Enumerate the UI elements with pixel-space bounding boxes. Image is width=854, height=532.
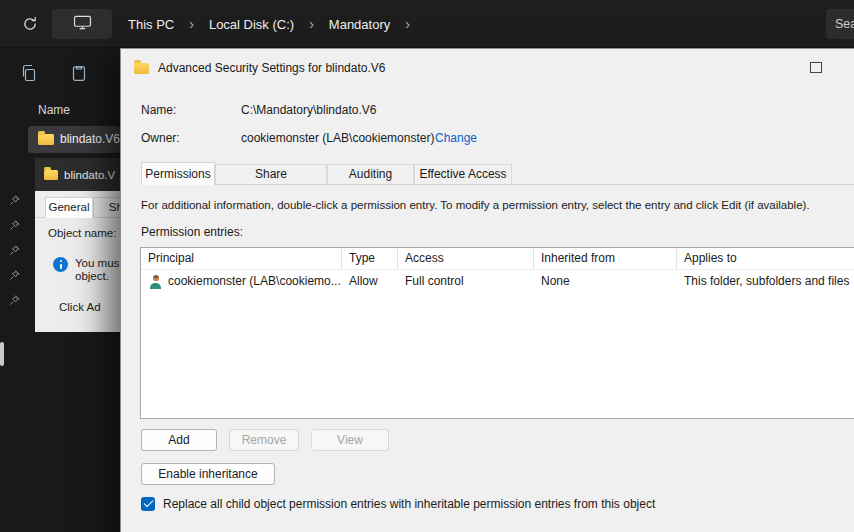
file-item-blindato[interactable]: blindato.V6 [28,126,120,153]
table-header-row: Principal Type Access Inherited from App… [141,248,854,270]
info-text-line1: You mus [75,257,119,270]
header-type[interactable]: Type [342,248,398,269]
advanced-security-dialog: Advanced Security Settings for blindato.… [120,48,854,532]
folder-icon [38,134,54,145]
properties-window-body: General Sha Object name: You mus object.… [35,191,120,332]
chevron-right-icon: › [189,16,194,32]
replace-permissions-label: Replace all child object permission entr… [163,497,655,511]
explorer-address-bar: This PC › Local Disk (C:) › Mandatory › … [0,0,854,48]
permission-entries-table: Principal Type Access Inherited from App… [140,247,854,419]
properties-window-titlebar[interactable]: blindato.V [35,158,120,191]
header-inherited-from[interactable]: Inherited from [534,248,677,269]
permission-entries-label: Permission entries: [141,225,243,239]
dialog-title: Advanced Security Settings for blindato.… [158,61,385,75]
breadcrumb-local-disk-c[interactable]: Local Disk (C:) [209,17,294,32]
object-name-label: Object name: [48,227,116,239]
replace-permissions-row: Replace all child object permission entr… [141,497,655,511]
this-pc-icon-segment[interactable] [52,9,112,39]
dialog-tabstrip: Permissions Share Auditing Effective Acc… [141,162,854,185]
change-owner-link[interactable]: Change [435,131,477,145]
breadcrumb-this-pc[interactable]: This PC [128,17,174,32]
tab-sharing[interactable]: Sha [93,197,120,218]
cell-access: Full control [398,274,534,288]
click-advanced-hint: Click Ad [59,301,101,313]
chevron-right-icon: › [405,16,410,32]
chevron-right-icon: › [309,16,314,32]
search-input[interactable]: Sea [826,9,854,39]
owner-value: cookiemonster (LAB\cookiemonster) [241,131,434,145]
info-text-line2: object. [75,270,119,283]
instruction-text: For additional information, double-click… [141,199,848,211]
user-avatar-icon [148,274,163,289]
cell-applies-to: This folder, subfolders and files [677,274,854,288]
properties-window-title: blindato.V [64,169,115,181]
tab-permissions[interactable]: Permissions [141,162,215,185]
pin-icon[interactable] [8,193,21,206]
enable-inheritance-button[interactable]: Enable inheritance [141,463,275,485]
refresh-icon[interactable] [22,16,38,32]
cell-type: Allow [342,274,398,288]
tab-general[interactable]: General [45,197,93,218]
name-value: C:\Mandatory\blindato.V6 [241,103,376,117]
tab-share[interactable]: Share [215,164,327,184]
header-principal[interactable]: Principal [141,248,342,269]
table-row[interactable]: cookiemonster (LAB\cookiemo... Allow Ful… [141,270,854,292]
header-applies-to[interactable]: Applies to [677,248,854,269]
replace-permissions-checkbox[interactable] [141,497,155,511]
breadcrumb-mandatory[interactable]: Mandatory [329,17,390,32]
header-access[interactable]: Access [398,248,534,269]
cell-inherited-from: None [534,274,677,288]
pin-icon[interactable] [8,218,21,231]
permission-info: You mus object. [53,257,119,283]
cell-principal: cookiemonster (LAB\cookiemo... [168,274,341,288]
screen: This PC › Local Disk (C:) › Mandatory › … [0,0,854,532]
breadcrumb: This PC › Local Disk (C:) › Mandatory › [128,0,410,48]
monitor-icon [73,15,92,34]
name-label: Name: [141,103,176,117]
view-button[interactable]: View [311,429,389,451]
tab-auditing[interactable]: Auditing [327,164,414,184]
remove-button[interactable]: Remove [229,429,299,451]
file-item-label: blindato.V6 [60,132,120,146]
paste-icon[interactable] [70,64,88,86]
maximize-button[interactable] [810,62,822,73]
dialog-titlebar[interactable]: Advanced Security Settings for blindato.… [121,49,854,87]
folder-icon [134,63,149,74]
folder-icon [44,170,58,180]
scrollbar-thumb[interactable] [0,342,4,366]
tab-effective-access[interactable]: Effective Access [414,164,512,184]
owner-label: Owner: [141,131,180,145]
add-button[interactable]: Add [141,429,217,451]
pin-icon[interactable] [8,268,21,281]
copy-icon[interactable] [20,64,38,86]
column-header-name[interactable]: Name [38,103,70,117]
info-icon [53,257,68,272]
pin-icon[interactable] [8,243,21,256]
pin-icon[interactable] [8,293,21,306]
